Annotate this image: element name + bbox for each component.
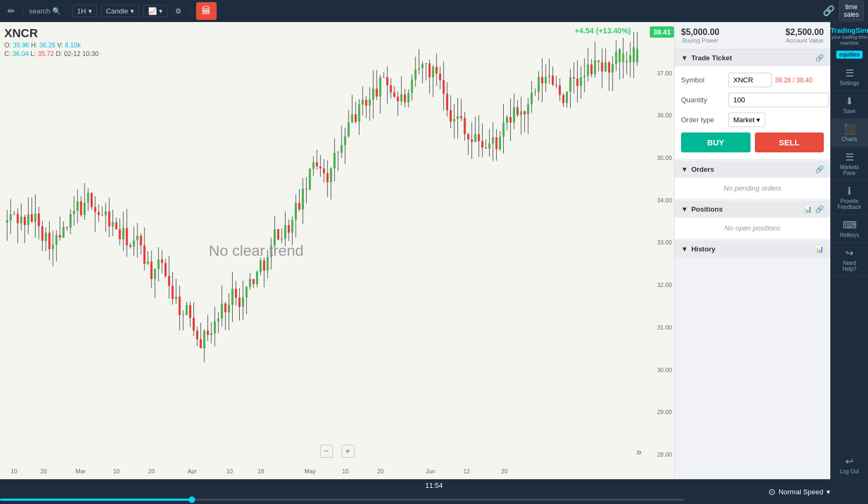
sidebar-item-settings[interactable]: ☰ Settings bbox=[831, 63, 868, 91]
markets-label: MarketsPane bbox=[840, 164, 859, 176]
chart-type-button[interactable]: Candle ▾ bbox=[101, 5, 139, 17]
search-area: search 🔍 bbox=[29, 7, 61, 15]
app-title: TradingSim your trading time machine bbox=[830, 26, 868, 46]
trade-ticket-header[interactable]: ▼ Trade Ticket 🔗 bbox=[675, 50, 830, 66]
sidebar-item-feedback[interactable]: ℹ ProvideFeedback bbox=[831, 181, 868, 215]
feedback-icon: ℹ bbox=[848, 185, 851, 197]
date-value: 02-12 10:30 bbox=[64, 50, 99, 58]
account-values: $5,000.00 Buying Power $2,500.00 Account… bbox=[681, 27, 824, 44]
x-label-12: 12 bbox=[463, 468, 470, 474]
x-label-20: 20 bbox=[40, 468, 47, 474]
timeframe-button[interactable]: 1H ▾ bbox=[72, 5, 97, 17]
x-label-20-4: 20 bbox=[501, 468, 508, 474]
quantity-input[interactable] bbox=[728, 93, 829, 107]
timeframe-label: 1H bbox=[77, 7, 86, 15]
brand-tagline: your trading time machine bbox=[830, 34, 868, 46]
zoom-out-button[interactable]: − bbox=[320, 445, 333, 458]
symbol-field-label: Symbol bbox=[681, 76, 724, 84]
open-value: 35.96 bbox=[13, 41, 29, 49]
x-label-10-2: 10 bbox=[113, 468, 120, 474]
slider-thumb[interactable] bbox=[189, 496, 195, 503]
history-section: ▼ History 📊 bbox=[675, 241, 830, 257]
zoom-in-button[interactable]: + bbox=[342, 445, 355, 458]
time-sales-button[interactable]: time sales bbox=[839, 1, 864, 22]
settings-button[interactable]: ⚙ bbox=[172, 5, 185, 17]
replay-button[interactable]: 🏛 bbox=[196, 2, 217, 20]
x-label-mar: Mar bbox=[75, 468, 86, 474]
symbol-row: Symbol 38.28 / 38.40 bbox=[681, 73, 824, 87]
quantity-field-label: Quantity bbox=[681, 96, 724, 104]
chart-area[interactable]: XNCR O: 35.96 H: 36.26 V: 8.10k C: 36.04… bbox=[0, 22, 674, 479]
chart-symbol: XNCR bbox=[4, 26, 99, 40]
y-label-34: 34.00 bbox=[647, 197, 672, 204]
sidebar-item-save[interactable]: ⬇ Save bbox=[831, 91, 868, 119]
orders-header[interactable]: ▼ Orders 🔗 bbox=[675, 161, 830, 178]
help-label: NeedHelp? bbox=[842, 260, 856, 272]
settings-label: Settings bbox=[839, 80, 859, 86]
ohlcv-line-1: O: 35.96 H: 36.26 V: 8.10k bbox=[4, 41, 99, 49]
speed-control[interactable]: ⊙ Normal Speed ▾ bbox=[768, 487, 830, 497]
sidebar-item-help[interactable]: ↪ NeedHelp? bbox=[831, 243, 868, 277]
quantity-row: Quantity bbox=[681, 93, 824, 107]
save-icon: ⬇ bbox=[845, 95, 853, 107]
bottom-bar: 11:54 ⊙ Normal Speed ▾ bbox=[0, 479, 868, 504]
order-type-row: Order type Market ▾ bbox=[681, 113, 824, 127]
sidebar-item-charts[interactable]: ⬛ Charts bbox=[831, 119, 868, 147]
indicator-button[interactable]: 📈 ▾ bbox=[143, 5, 168, 17]
symbol-input[interactable] bbox=[728, 73, 772, 87]
positions-empty-text: No open positions bbox=[675, 218, 830, 239]
chart-type-label: Candle bbox=[106, 7, 128, 15]
trade-ticket-section: ▼ Trade Ticket 🔗 Symbol 38.28 / 38.40 Qu… bbox=[675, 50, 830, 159]
positions-section: ▼ Positions 📊 🔗 No open positions bbox=[675, 201, 830, 239]
order-type-value: Market bbox=[733, 116, 755, 124]
sell-button[interactable]: SELL bbox=[755, 132, 824, 152]
sidebar-bottom: ↩ Log Out bbox=[838, 451, 862, 479]
link-icon[interactable]: 🔗 bbox=[823, 5, 835, 17]
slider-track bbox=[0, 499, 685, 501]
indicator-icon: 📈 bbox=[148, 7, 157, 15]
y-label-31: 31.00 bbox=[647, 324, 672, 331]
positions-header[interactable]: ▼ Positions 📊 🔗 bbox=[675, 201, 830, 218]
pencil-tool-button[interactable]: ✏ bbox=[4, 4, 18, 18]
feedback-label: ProvideFeedback bbox=[838, 198, 862, 210]
bid-ask-display: 38.28 / 38.40 bbox=[775, 76, 813, 84]
history-title: History bbox=[691, 245, 815, 253]
orders-link-icon: 🔗 bbox=[815, 165, 824, 173]
x-label-may: May bbox=[304, 468, 316, 474]
buying-power-label: Buying Power bbox=[681, 37, 719, 44]
close-value: 36.04 bbox=[12, 50, 29, 58]
positions-title: Positions bbox=[691, 205, 803, 213]
buy-button[interactable]: BUY bbox=[681, 132, 751, 152]
y-label-29: 29.00 bbox=[647, 409, 672, 415]
sidebar-item-logout[interactable]: ↩ Log Out bbox=[838, 451, 862, 479]
high-value: 36.26 bbox=[39, 41, 55, 49]
search-icon: 🔍 bbox=[52, 7, 61, 15]
symbol-input-row: 38.28 / 38.40 bbox=[728, 73, 813, 87]
playback-slider[interactable] bbox=[0, 499, 685, 501]
order-type-chevron: ▾ bbox=[756, 116, 760, 124]
positions-chart-icon: 📊 bbox=[803, 205, 812, 213]
y-label-32: 32.00 bbox=[647, 282, 672, 288]
sidebar: TradingSim your trading time machine equ… bbox=[830, 22, 868, 479]
settings-icon: ☰ bbox=[845, 67, 854, 79]
y-label-28: 28.00 bbox=[647, 451, 672, 458]
y-axis: 38.00 37.00 36.00 35.00 34.00 33.00 32.0… bbox=[644, 22, 674, 463]
order-type-select[interactable]: Market ▾ bbox=[728, 113, 765, 127]
toolbar-separator-1 bbox=[23, 4, 24, 17]
ohlcv-line-2: C: 36.04 L: 35.72 D: 02-12 10:30 bbox=[4, 50, 99, 58]
history-header[interactable]: ▼ History 📊 bbox=[675, 241, 830, 257]
sidebar-item-hotkeys[interactable]: ⌨ Hotkeys bbox=[831, 215, 868, 243]
x-label-20-2: 20 bbox=[148, 468, 155, 474]
toolbar-separator-3 bbox=[190, 4, 191, 17]
sidebar-item-markets[interactable]: ☰ MarketsPane bbox=[831, 147, 868, 181]
charts-icon: ⬛ bbox=[844, 123, 856, 135]
save-label: Save bbox=[843, 108, 856, 114]
order-type-field-label: Order type bbox=[681, 116, 724, 124]
equities-badge[interactable]: equities bbox=[836, 51, 863, 59]
buying-power-amount: $5,000.00 bbox=[681, 27, 719, 37]
orders-title: Orders bbox=[691, 165, 815, 173]
hotkeys-label: Hotkeys bbox=[839, 232, 859, 238]
orders-section: ▼ Orders 🔗 No pending orders bbox=[675, 161, 830, 199]
candles-render bbox=[0, 22, 644, 463]
speed-label: Normal Speed bbox=[779, 488, 823, 496]
